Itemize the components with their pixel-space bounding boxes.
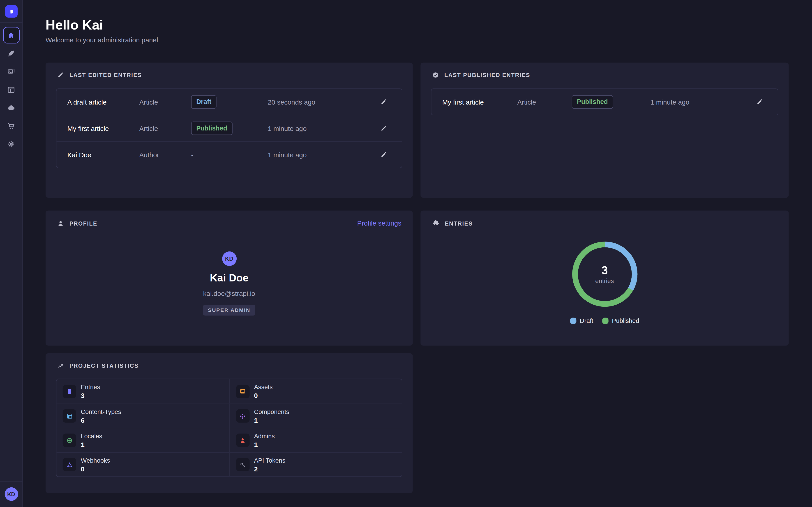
sidebar-bottom-divider — [0, 481, 22, 482]
cart-icon — [7, 121, 15, 130]
card-title: LAST EDITED ENTRIES — [69, 72, 142, 78]
puzzle-icon — [432, 219, 440, 227]
stat-assets: Assets 0 — [229, 379, 402, 404]
card-title: PROFILE — [69, 220, 97, 226]
layout-icon — [7, 85, 15, 94]
entry-name: Kai Doe — [67, 151, 139, 158]
strapi-logo[interactable] — [5, 5, 17, 17]
stat-label: Locales — [81, 432, 102, 439]
card-title: LAST PUBLISHED ENTRIES — [444, 72, 530, 78]
draft-swatch — [570, 318, 576, 324]
role-badge: SUPER ADMIN — [203, 305, 256, 316]
sidebar-item-cloud[interactable] — [3, 99, 19, 116]
edit-entry-button[interactable] — [376, 121, 391, 135]
edit-entry-button[interactable] — [376, 95, 391, 109]
statistics-grid: Entries 3 — [56, 379, 402, 477]
stat-value: 0 — [81, 465, 110, 472]
stat-label: Webhooks — [81, 456, 110, 464]
pencil-icon — [380, 125, 387, 132]
edit-entry-button[interactable] — [376, 147, 391, 162]
gear-icon — [7, 139, 15, 148]
stat-label: Entries — [81, 383, 100, 391]
sidebar-item-content-type-builder[interactable] — [3, 81, 19, 98]
images-icon — [7, 67, 15, 76]
stat-value: 3 — [81, 392, 100, 399]
entries-unit: entries — [595, 277, 614, 284]
stat-value: 1 — [81, 441, 102, 448]
entry-name: My first article — [67, 124, 139, 132]
entry-status-empty: - — [191, 151, 268, 158]
published-swatch — [602, 318, 608, 324]
entries-donut-chart: 3 entries Draft Published — [420, 241, 789, 325]
picture-icon — [236, 385, 249, 398]
card-title: ENTRIES — [445, 220, 473, 226]
sidebar-item-content-manager[interactable] — [3, 45, 19, 61]
person-icon — [57, 220, 64, 227]
profile-email: kai.doe@strapi.io — [203, 290, 255, 297]
sidebar-nav — [3, 27, 19, 152]
project-statistics-card: PROJECT STATISTICS Entries — [46, 353, 413, 493]
stat-value: 1 — [254, 441, 275, 448]
entry-time: 20 seconds ago — [268, 98, 376, 106]
legend-item-draft: Draft — [570, 317, 593, 324]
page-title: Hello Kai — [46, 17, 789, 33]
check-circle-icon — [432, 71, 439, 79]
sidebar-divider — [0, 22, 22, 23]
page-subtitle: Welcome to your administration panel — [46, 36, 789, 44]
stat-value: 1 — [254, 416, 289, 424]
trend-up-icon — [57, 362, 64, 369]
feather-icon — [7, 49, 15, 58]
stat-value: 6 — [81, 416, 121, 424]
pencil-icon — [380, 151, 387, 158]
cloud-icon — [6, 103, 16, 112]
table-row: Kai Doe Author - 1 minute ago — [56, 141, 402, 168]
profile-body: KD Kai Doe kai.doe@strapi.io SUPER ADMIN — [46, 231, 413, 316]
stat-locales: Locales 1 — [56, 428, 229, 452]
stat-label: Admins — [254, 432, 275, 439]
layout-icon — [63, 409, 76, 423]
strapi-logo-icon — [7, 7, 15, 15]
entry-type: Article — [139, 98, 191, 106]
book-icon — [63, 385, 76, 398]
stat-api-tokens: API Tokens 2 — [229, 452, 402, 476]
profile-settings-link[interactable]: Profile settings — [357, 219, 402, 227]
status-badge: Published — [191, 122, 232, 135]
legend-label: Published — [612, 317, 639, 324]
sidebar-item-media-library[interactable] — [3, 63, 19, 79]
last-published-table: My first article Article Published 1 min… — [431, 89, 778, 115]
stat-admins: Admins 1 — [229, 428, 402, 452]
pencil-icon — [380, 98, 387, 105]
legend-item-published: Published — [602, 317, 639, 324]
stat-value: 2 — [254, 465, 285, 472]
globe-icon — [63, 434, 76, 447]
components-icon — [236, 409, 249, 423]
sidebar: KD — [0, 0, 23, 507]
status-badge: Published — [572, 95, 613, 109]
last-edited-table: A draft article Article Draft 20 seconds… — [56, 89, 402, 168]
stat-components: Components 1 — [229, 404, 402, 428]
card-title: PROJECT STATISTICS — [69, 362, 139, 369]
profile-name: Kai Doe — [210, 272, 248, 284]
entry-type: Author — [139, 151, 191, 158]
entry-type: Article — [517, 98, 572, 106]
entry-time: 1 minute ago — [268, 151, 376, 158]
key-icon — [236, 458, 249, 471]
pencil-icon — [756, 98, 763, 105]
pencil-icon — [57, 71, 64, 79]
stat-label: Components — [254, 408, 289, 415]
home-icon — [7, 31, 15, 40]
status-badge: Draft — [191, 95, 216, 109]
sidebar-item-settings[interactable] — [3, 136, 19, 152]
entry-type: Article — [139, 124, 191, 132]
sidebar-item-marketplace[interactable] — [3, 117, 19, 134]
entry-time: 1 minute ago — [268, 124, 376, 132]
entries-count: 3 — [601, 264, 608, 277]
sidebar-item-home[interactable] — [3, 27, 19, 43]
edit-entry-button[interactable] — [753, 95, 767, 109]
table-row: My first article Article Published 1 min… — [432, 89, 778, 115]
stat-entries: Entries 3 — [56, 379, 229, 404]
user-avatar[interactable]: KD — [4, 488, 18, 501]
entry-name: A draft article — [67, 98, 139, 106]
stat-content-types: Content-Types 6 — [56, 404, 229, 428]
user-icon — [236, 434, 249, 447]
